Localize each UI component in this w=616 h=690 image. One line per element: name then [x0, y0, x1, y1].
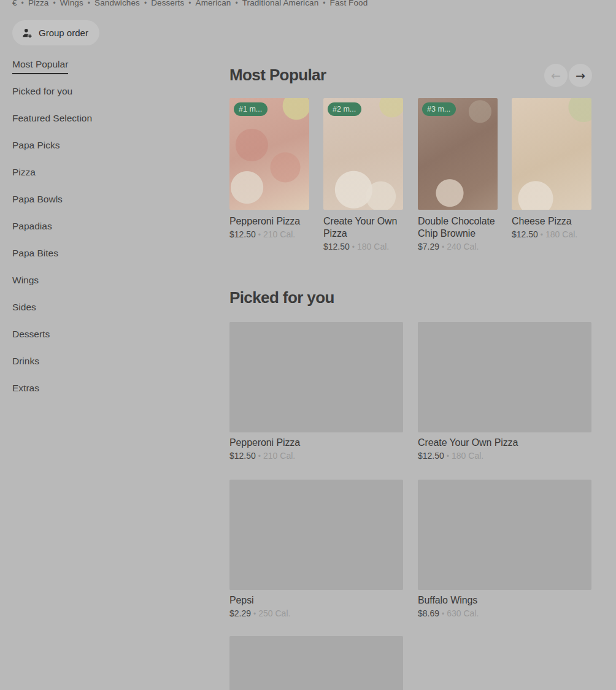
breadcrumb-item: Pizza: [28, 0, 49, 7]
most-liked-badge: #1 m...: [234, 102, 268, 116]
price-separator: •: [352, 243, 355, 251]
breadcrumb-separator: •: [323, 0, 325, 7]
restaurant-menu-page: €•Pizza•Wings•Sandwiches•Desserts•Americ…: [0, 0, 616, 690]
price-separator: •: [253, 610, 256, 618]
menu-item-price: $12.50: [229, 229, 256, 239]
sidebar-item-featured-selection[interactable]: Featured Selection: [12, 113, 215, 140]
section-title-picked-for-you: Picked for you: [229, 288, 334, 307]
sidebar-item-wings[interactable]: Wings: [12, 275, 215, 302]
breadcrumb-item: Traditional American: [242, 0, 319, 7]
menu-item-image: [512, 98, 591, 210]
menu-item-price-line: $12.50•180 Cal.: [512, 229, 591, 239]
menu-item-card-buffalo-wings[interactable]: Buffalo Wings $8.69•630 Cal.: [418, 480, 591, 618]
breadcrumb-item: Wings: [60, 0, 83, 7]
sidebar-item-pizza[interactable]: Pizza: [12, 167, 215, 194]
menu-item-image: #2 m...: [323, 98, 403, 210]
breadcrumb-item: Desserts: [151, 0, 184, 7]
menu-item-image-placeholder: [418, 480, 591, 590]
price-separator: •: [442, 610, 444, 618]
menu-item-card-partial[interactable]: [229, 636, 403, 690]
menu-item-card-pepperoni-pizza[interactable]: Pepperoni Pizza $12.50•210 Cal.: [229, 322, 403, 461]
breadcrumb-separator: •: [144, 0, 147, 7]
breadcrumb-separator: •: [88, 0, 90, 7]
menu-item-price-line: $7.29•240 Cal.: [418, 242, 498, 251]
menu-item-name: Double Chocolate Chip Brownie: [418, 215, 498, 240]
menu-item-card-cheese-pizza[interactable]: Cheese Pizza $12.50•180 Cal.: [512, 98, 591, 239]
menu-item-price: $8.69: [418, 608, 439, 618]
category-sidebar: Most Popular Picked for you Featured Sel…: [12, 59, 215, 410]
menu-item-price-line: $8.69•630 Cal.: [418, 608, 591, 618]
menu-item-name: Cheese Pizza: [512, 215, 591, 228]
price-separator: •: [447, 452, 449, 461]
menu-item-price: $2.29: [229, 608, 251, 618]
menu-item-name: Buffalo Wings: [418, 594, 591, 607]
menu-item-name: Create Your Own Pizza: [323, 215, 403, 240]
menu-item-image-placeholder: [418, 322, 591, 432]
group-order-label: Group order: [39, 28, 88, 38]
carousel-prev-button[interactable]: ←: [544, 64, 568, 87]
menu-item-card-create-your-own-pizza[interactable]: Create Your Own Pizza $12.50•180 Cal.: [418, 322, 591, 461]
menu-item-calories: 240 Cal.: [447, 242, 479, 251]
menu-item-name: Create Your Own Pizza: [418, 437, 591, 449]
sidebar-item-papa-picks[interactable]: Papa Picks: [12, 140, 215, 167]
menu-item-price: $12.50: [418, 451, 444, 461]
menu-item-calories: 180 Cal.: [545, 229, 577, 239]
menu-item-name: Pepsi: [229, 594, 403, 607]
breadcrumb-separator: •: [188, 0, 191, 7]
menu-item-price-line: $12.50•180 Cal.: [323, 242, 403, 251]
menu-item-image-placeholder: [229, 636, 403, 690]
menu-item-image-placeholder: [229, 480, 403, 590]
breadcrumb-separator: •: [21, 0, 24, 7]
section-title-most-popular: Most Popular: [229, 66, 326, 85]
arrow-left-icon: ←: [551, 69, 561, 82]
price-separator: •: [258, 452, 261, 461]
carousel-next-button[interactable]: →: [569, 64, 592, 87]
sidebar-item-papadias[interactable]: Papadias: [12, 221, 215, 248]
group-order-button[interactable]: Group order: [12, 20, 99, 45]
breadcrumb-separator: •: [235, 0, 237, 7]
sidebar-item-papa-bowls[interactable]: Papa Bowls: [12, 194, 215, 221]
breadcrumb-item: Fast Food: [330, 0, 368, 7]
menu-item-price-line: $2.29•250 Cal.: [229, 608, 403, 618]
price-separator: •: [258, 231, 261, 239]
sidebar-item-most-popular[interactable]: Most Popular: [12, 59, 215, 86]
menu-item-calories: 210 Cal.: [263, 451, 295, 461]
breadcrumb-item: American: [196, 0, 231, 7]
menu-item-price-line: $12.50•180 Cal.: [418, 451, 591, 461]
sidebar-item-sides[interactable]: Sides: [12, 302, 215, 329]
sidebar-item-drinks[interactable]: Drinks: [12, 356, 215, 383]
menu-item-price: $7.29: [418, 242, 439, 251]
menu-item-price: $12.50: [512, 229, 538, 239]
menu-item-image-placeholder: [229, 322, 403, 432]
group-order-icon: [21, 27, 33, 39]
menu-item-name: Pepperoni Pizza: [229, 437, 403, 449]
menu-item-image: #3 m...: [418, 98, 498, 210]
menu-item-price: $12.50: [323, 242, 350, 251]
menu-item-card-pepperoni-pizza[interactable]: #1 m... Pepperoni Pizza $12.50•210 Cal.: [229, 98, 309, 239]
price-separator: •: [442, 243, 444, 251]
menu-item-card-double-chocolate-chip-brownie[interactable]: #3 m... Double Chocolate Chip Brownie $7…: [418, 98, 498, 251]
menu-item-calories: 630 Cal.: [447, 608, 479, 618]
menu-item-price: $12.50: [229, 451, 256, 461]
most-liked-badge: #2 m...: [328, 102, 361, 116]
sidebar-item-extras[interactable]: Extras: [12, 383, 215, 410]
price-separator: •: [541, 231, 543, 239]
breadcrumb-item: Sandwiches: [94, 0, 140, 7]
arrow-right-icon: →: [576, 69, 585, 82]
sidebar-item-picked-for-you[interactable]: Picked for you: [12, 86, 215, 113]
sidebar-item-desserts[interactable]: Desserts: [12, 329, 215, 356]
breadcrumb: €•Pizza•Wings•Sandwiches•Desserts•Americ…: [12, 0, 601, 7]
sidebar-item-papa-bites[interactable]: Papa Bites: [12, 248, 215, 275]
menu-item-calories: 250 Cal.: [258, 608, 290, 618]
most-liked-badge: #3 m...: [422, 102, 456, 116]
breadcrumb-separator: •: [53, 0, 55, 7]
menu-item-calories: 180 Cal.: [357, 242, 389, 251]
menu-item-calories: 210 Cal.: [263, 229, 295, 239]
menu-item-card-create-your-own-pizza[interactable]: #2 m... Create Your Own Pizza $12.50•180…: [323, 98, 403, 251]
breadcrumb-item-price-range: €: [12, 0, 17, 7]
menu-item-name: Pepperoni Pizza: [229, 215, 309, 228]
menu-item-image: #1 m...: [229, 98, 309, 210]
menu-item-calories: 180 Cal.: [452, 451, 483, 461]
menu-item-price-line: $12.50•210 Cal.: [229, 229, 309, 239]
menu-item-card-pepsi[interactable]: Pepsi $2.29•250 Cal.: [229, 480, 403, 618]
